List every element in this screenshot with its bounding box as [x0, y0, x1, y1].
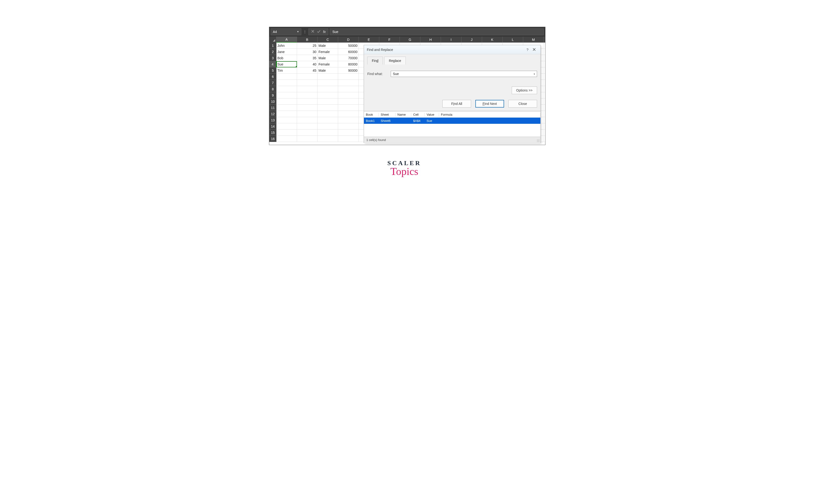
col-book[interactable]: Book — [364, 113, 379, 116]
cell[interactable] — [297, 111, 317, 117]
col-formula[interactable]: Formula — [439, 113, 541, 116]
cell[interactable] — [317, 80, 338, 86]
row-header[interactable]: 10 — [269, 98, 276, 105]
cell[interactable] — [297, 123, 317, 130]
cell[interactable]: 70000 — [338, 55, 359, 61]
cell[interactable] — [297, 136, 317, 142]
cell[interactable] — [276, 74, 297, 80]
cell[interactable] — [297, 80, 317, 86]
cell[interactable] — [317, 117, 338, 123]
row-header[interactable]: 9 — [269, 92, 276, 98]
cell-selected[interactable]: Sue — [276, 61, 297, 67]
cell[interactable] — [317, 130, 338, 136]
cell[interactable] — [317, 136, 338, 142]
cell[interactable] — [297, 130, 317, 136]
formula-input[interactable]: Sue — [330, 28, 544, 35]
cell[interactable] — [338, 111, 359, 117]
cell[interactable] — [276, 123, 297, 130]
row-header[interactable]: 11 — [269, 105, 276, 111]
cell[interactable] — [276, 86, 297, 92]
cell[interactable] — [338, 74, 359, 80]
cell[interactable]: Male — [317, 43, 338, 49]
cell[interactable] — [338, 136, 359, 142]
row-header[interactable]: 1 — [269, 43, 276, 49]
cell[interactable] — [338, 92, 359, 98]
cell[interactable] — [276, 117, 297, 123]
tab-replace[interactable]: Replace — [384, 57, 405, 65]
cell[interactable] — [338, 80, 359, 86]
column-header[interactable]: C — [317, 37, 338, 43]
row-header[interactable]: 12 — [269, 111, 276, 117]
cell[interactable] — [338, 86, 359, 92]
enter-icon[interactable] — [317, 30, 321, 34]
column-header[interactable]: F — [379, 37, 400, 43]
cell[interactable]: Male — [317, 67, 338, 74]
cell[interactable] — [297, 86, 317, 92]
cell[interactable] — [297, 98, 317, 105]
cell[interactable] — [276, 136, 297, 142]
cell[interactable]: 90000 — [338, 67, 359, 74]
column-header[interactable]: A — [276, 37, 297, 43]
cell[interactable]: Jane — [276, 49, 297, 55]
fx-icon[interactable]: fx — [323, 30, 326, 34]
column-header[interactable]: K — [482, 37, 503, 43]
row-header[interactable]: 2 — [269, 49, 276, 55]
row-header[interactable]: 7 — [269, 80, 276, 86]
cell[interactable]: 80000 — [338, 61, 359, 67]
column-header[interactable]: E — [359, 37, 379, 43]
column-header[interactable]: M — [523, 37, 544, 43]
cell[interactable]: Female — [317, 61, 338, 67]
cell[interactable] — [317, 86, 338, 92]
cell[interactable]: 30 — [297, 49, 317, 55]
help-icon[interactable]: ? — [524, 48, 531, 52]
cell[interactable] — [317, 98, 338, 105]
cell[interactable]: 35 — [297, 55, 317, 61]
cell[interactable] — [297, 105, 317, 111]
column-header[interactable]: H — [421, 37, 441, 43]
cell[interactable] — [338, 123, 359, 130]
cell[interactable] — [276, 98, 297, 105]
column-header[interactable]: J — [462, 37, 482, 43]
cancel-icon[interactable] — [311, 30, 314, 34]
cell[interactable] — [338, 117, 359, 123]
cell[interactable]: Bob — [276, 55, 297, 61]
cell[interactable] — [317, 74, 338, 80]
cell[interactable]: 45 — [297, 67, 317, 74]
cell[interactable] — [317, 111, 338, 117]
find-what-input[interactable]: Sue ▾ — [391, 71, 537, 77]
cell[interactable] — [276, 111, 297, 117]
cell[interactable] — [317, 92, 338, 98]
cell[interactable]: 40 — [297, 61, 317, 67]
dialog-titlebar[interactable]: Find and Replace ? — [364, 45, 541, 54]
row-header[interactable]: 14 — [269, 123, 276, 130]
row-header[interactable]: 6 — [269, 74, 276, 80]
row-header[interactable]: 5 — [269, 67, 276, 74]
row-header[interactable]: 16 — [269, 136, 276, 142]
column-header[interactable]: D — [338, 37, 359, 43]
cell[interactable] — [276, 105, 297, 111]
cell[interactable] — [297, 74, 317, 80]
cell[interactable]: John — [276, 43, 297, 49]
select-all-corner[interactable] — [269, 37, 276, 43]
cell[interactable]: Female — [317, 49, 338, 55]
find-next-button[interactable]: Find Next — [476, 100, 504, 108]
column-header[interactable]: G — [400, 37, 421, 43]
close-icon[interactable] — [531, 48, 538, 52]
result-row[interactable]: Book1 Sheet6 $A$4 Sue — [364, 118, 541, 124]
column-header[interactable]: L — [503, 37, 523, 43]
row-header[interactable]: 13 — [269, 117, 276, 123]
col-name[interactable]: Name — [395, 113, 411, 116]
cell[interactable] — [276, 80, 297, 86]
column-header[interactable]: B — [297, 37, 317, 43]
row-header[interactable]: 15 — [269, 130, 276, 136]
options-button[interactable]: Options >> — [512, 87, 537, 94]
find-all-button[interactable]: Find All — [443, 100, 471, 108]
chevron-down-icon[interactable]: ▾ — [534, 73, 535, 75]
cell[interactable] — [297, 117, 317, 123]
cell[interactable] — [276, 92, 297, 98]
col-value[interactable]: Value — [425, 113, 439, 116]
cell[interactable]: 50000 — [338, 43, 359, 49]
cell[interactable]: Tim — [276, 67, 297, 74]
close-button[interactable]: Close — [508, 100, 537, 108]
row-header[interactable]: 4 — [269, 61, 276, 67]
